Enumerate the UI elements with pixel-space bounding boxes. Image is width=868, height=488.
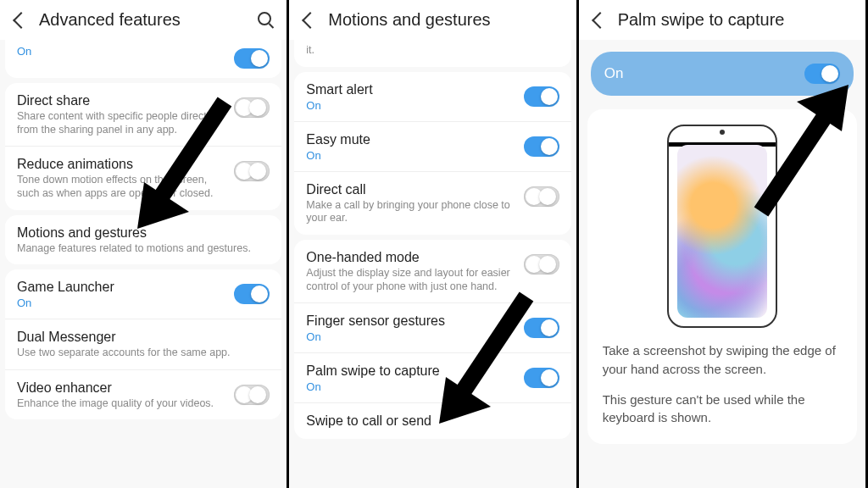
row-state: On	[306, 99, 515, 112]
pill-label: On	[604, 65, 624, 82]
row-title: Direct share	[17, 92, 225, 109]
row-direct-share[interactable]: Direct share Share content with specific…	[5, 83, 281, 147]
toggle-on[interactable]	[524, 368, 559, 388]
page-title: Palm swipe to capture	[618, 10, 854, 30]
page-title: Motions and gestures	[328, 10, 564, 30]
row-title: Game Launcher	[17, 279, 225, 296]
settings-card: Direct share Share content with specific…	[5, 83, 281, 210]
toggle-off[interactable]	[234, 161, 270, 181]
row-title: Smart alert	[306, 81, 515, 98]
header: Motions and gestures	[289, 0, 576, 40]
row-title: Palm swipe to capture	[306, 363, 515, 380]
settings-body: On Direct share Share content with speci…	[0, 40, 287, 488]
toggle-off[interactable]	[234, 385, 270, 405]
row-subtitle: Manage features related to motions and g…	[17, 242, 270, 256]
row-subtitle: Make a call by bringing your phone close…	[306, 199, 515, 225]
toggle-on[interactable]	[524, 318, 559, 338]
row-title: Dual Messenger	[17, 329, 270, 346]
row-smart-alert[interactable]: Smart alert On	[294, 72, 570, 122]
settings-body: it. Smart alert On Easy mute On Direct c…	[289, 40, 576, 488]
row-title: Motions and gestures	[17, 225, 270, 241]
row-state: On	[306, 380, 515, 393]
row-subtitle-trail: it.	[306, 44, 559, 58]
row-palm-swipe-to-capture[interactable]: Palm swipe to capture On	[294, 353, 570, 403]
row-title: One-handed mode	[306, 249, 515, 266]
row-game-launcher[interactable]: Game Launcher On	[5, 269, 281, 319]
panel-advanced-features: Advanced features On Direct share Share …	[0, 0, 289, 488]
row-subtitle: Tone down motion effects on the screen, …	[17, 174, 225, 200]
row-state: On	[306, 149, 515, 162]
info-text: This gesture can't be used while the key…	[603, 391, 842, 428]
back-icon[interactable]	[592, 12, 609, 29]
row-state: On	[306, 330, 515, 343]
prev-row-trail: On	[5, 40, 281, 78]
toggle-on[interactable]	[234, 284, 270, 304]
info-text: Take a screenshot by swiping the edge of…	[603, 341, 842, 379]
search-icon[interactable]	[258, 12, 275, 29]
header: Advanced features	[0, 0, 287, 40]
info-card: Take a screenshot by swiping the edge of…	[587, 109, 857, 444]
row-subtitle: Enhance the image quality of your videos…	[17, 397, 225, 411]
toggle-on[interactable]	[804, 64, 840, 84]
row-title: Finger sensor gestures	[306, 313, 515, 330]
prev-row-trail: it.	[294, 40, 570, 67]
row-reduce-animations[interactable]: Reduce animations Tone down motion effec…	[5, 147, 281, 209]
row-finger-sensor-gestures[interactable]: Finger sensor gestures On	[294, 303, 570, 353]
toggle-on[interactable]	[234, 48, 270, 69]
row-state: On	[17, 297, 225, 309]
row-video-enhancer[interactable]: Video enhancer Enhance the image quality…	[5, 370, 281, 420]
phone-illustration	[667, 125, 777, 328]
settings-card: Motions and gestures Manage features rel…	[5, 215, 281, 265]
toggle-off[interactable]	[234, 97, 270, 118]
toggle-off[interactable]	[524, 254, 559, 274]
row-direct-call[interactable]: Direct call Make a call by bringing your…	[294, 172, 570, 235]
header: Palm swipe to capture	[579, 0, 865, 40]
settings-card: Game Launcher On Dual Messenger Use two …	[5, 269, 281, 419]
row-easy-mute[interactable]: Easy mute On	[294, 122, 570, 172]
row-title: Video enhancer	[17, 380, 225, 396]
toggle-on[interactable]	[524, 86, 559, 107]
row-title: Direct call	[306, 181, 515, 198]
row-subtitle: Use two separate accounts for the same a…	[17, 347, 270, 360]
toggle-on[interactable]	[524, 136, 559, 157]
row-title: Reduce animations	[17, 156, 225, 173]
row-motions-gestures[interactable]: Motions and gestures Manage features rel…	[5, 215, 281, 265]
master-toggle-pill[interactable]: On	[591, 52, 854, 96]
row-title: Easy mute	[306, 131, 515, 148]
settings-card: Smart alert On Easy mute On Direct call …	[294, 72, 570, 235]
panel-palm-swipe: Palm swipe to capture On Take a screensh…	[579, 0, 868, 488]
page-title: Advanced features	[39, 10, 258, 30]
row-dual-messenger[interactable]: Dual Messenger Use two separate accounts…	[5, 319, 281, 370]
row-one-handed-mode[interactable]: One-handed mode Adjust the display size …	[294, 240, 570, 303]
row-subtitle: Adjust the display size and layout for e…	[306, 267, 515, 293]
row-swipe-call-send[interactable]: Swipe to call or send	[294, 403, 570, 439]
back-icon[interactable]	[13, 12, 30, 29]
back-icon[interactable]	[302, 12, 319, 29]
row-title: Swipe to call or send	[306, 413, 559, 430]
toggle-off[interactable]	[524, 186, 559, 207]
row-subtitle: Share content with specific people direc…	[17, 110, 225, 136]
settings-card: One-handed mode Adjust the display size …	[294, 240, 570, 439]
row-state: On	[17, 45, 31, 58]
panel-motions-gestures: Motions and gestures it. Smart alert On …	[289, 0, 578, 488]
